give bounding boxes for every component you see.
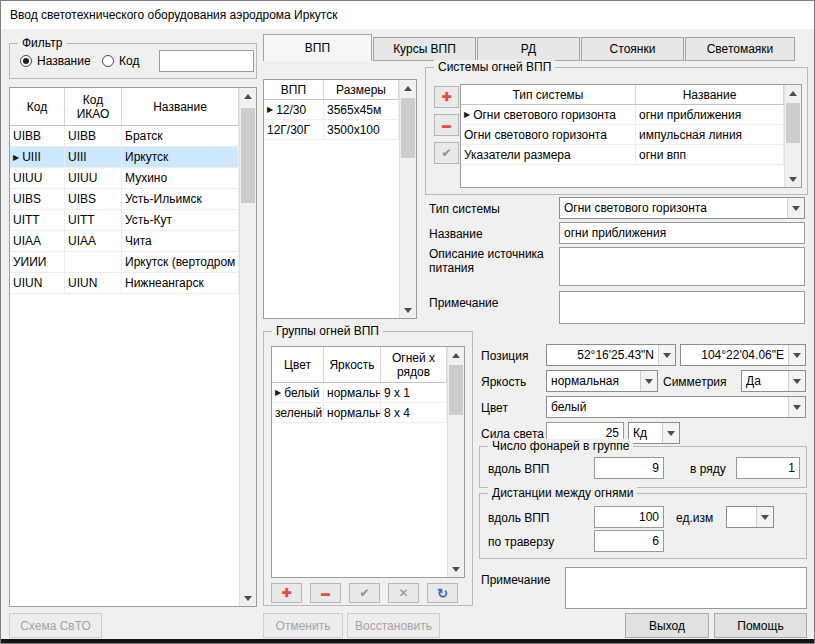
add-group-button[interactable]: ✚: [271, 583, 302, 603]
cancel-group-button[interactable]: ✕: [388, 583, 419, 603]
runway-row[interactable]: 12Г/30Г 3500х100: [264, 120, 399, 140]
scroll-up-icon[interactable]: [400, 80, 416, 96]
radio-dot-icon: [20, 55, 32, 67]
scroll-up-icon[interactable]: [785, 85, 801, 101]
airports-header-name[interactable]: Название: [122, 88, 239, 126]
scroll-down-icon[interactable]: [240, 590, 256, 606]
scroll-up-icon[interactable]: [240, 88, 256, 104]
airports-header-code[interactable]: Код: [10, 88, 65, 126]
filter-input[interactable]: [159, 50, 254, 72]
chevron-down-icon[interactable]: [787, 198, 804, 218]
runway-row-selected[interactable]: ▶12/30 3565х45м: [264, 100, 399, 120]
brightness-select[interactable]: нормальная: [546, 370, 658, 392]
lamps-along-input[interactable]: [594, 457, 664, 479]
system-note-textarea[interactable]: [559, 291, 805, 324]
lamps-in-row-input[interactable]: [736, 457, 800, 479]
system-row[interactable]: Огни светового горизонта импульсная лини…: [461, 125, 784, 145]
scrollbar-thumb[interactable]: [241, 108, 255, 203]
intensity-unit-select[interactable]: Кд: [628, 422, 680, 444]
group-note-textarea[interactable]: [565, 567, 807, 609]
airports-header-icao[interactable]: Код ИКАО: [65, 88, 122, 126]
airport-row[interactable]: UITT UITT Усть-Кут: [10, 210, 239, 231]
help-button[interactable]: Помощь: [714, 613, 807, 638]
airport-row[interactable]: UIBS UIBS Усть-Ильимск: [10, 189, 239, 210]
radio-filter-by-name[interactable]: Название: [20, 54, 91, 68]
distance-unit-select[interactable]: [726, 506, 774, 528]
systems-header-type[interactable]: Тип системы: [461, 85, 636, 105]
check-icon: ✔: [359, 587, 369, 599]
confirm-group-button[interactable]: ✔: [349, 583, 380, 603]
scroll-up-icon[interactable]: [448, 347, 464, 363]
scrollbar-thumb[interactable]: [401, 98, 415, 158]
system-name-input[interactable]: [559, 222, 805, 244]
chevron-down-icon[interactable]: [788, 345, 805, 365]
selected-row-marker-icon: ▶: [13, 153, 19, 162]
light-group-row[interactable]: зеленый нормальная 8 х 4: [272, 403, 447, 423]
system-row[interactable]: Указатели размера огни впп: [461, 145, 784, 165]
confirm-system-button[interactable]: ✔: [434, 142, 459, 164]
group-brightness: нормальная: [324, 383, 381, 403]
system-note-label: Примечание: [429, 296, 498, 310]
airports-scrollbar[interactable]: [239, 88, 256, 606]
lamps-along-label: вдоль ВПП: [488, 462, 550, 476]
airport-row[interactable]: UIUN UIUN Нижнеангарск: [10, 273, 239, 294]
color-select[interactable]: белый: [546, 396, 806, 418]
system-type-select[interactable]: Огни светового горизонта: [559, 197, 805, 219]
runways-header-size[interactable]: Размеры: [324, 80, 399, 100]
lamp-count-legend: Число фонарей в группе: [488, 439, 633, 453]
scrollbar-thumb[interactable]: [449, 365, 463, 415]
systems-scrollbar[interactable]: [784, 85, 801, 187]
light-groups-scrollbar[interactable]: [447, 347, 464, 577]
runways-header-vpp[interactable]: ВПП: [264, 80, 324, 100]
minus-icon: ▬: [442, 121, 451, 130]
distance-traverse-input[interactable]: [594, 530, 664, 552]
tab-kursy-vpp[interactable]: Курсы ВПП: [373, 37, 476, 61]
refresh-icon: ↻: [437, 587, 448, 600]
light-group-row-selected[interactable]: ▶белый нормальная 9 х 1: [272, 383, 447, 403]
remove-system-button[interactable]: ▬: [434, 114, 459, 136]
latitude-select[interactable]: 52°16'25.43"N: [546, 344, 676, 366]
airport-code: UIUU: [10, 168, 65, 189]
groups-header-lights[interactable]: Огней х рядов: [381, 347, 447, 383]
tab-vpp[interactable]: ВПП: [263, 34, 372, 61]
tab-svetomayaki[interactable]: Светомаяки: [685, 37, 795, 61]
refresh-groups-button[interactable]: ↻: [427, 583, 458, 603]
runways-header: ВПП Размеры: [264, 80, 399, 100]
chevron-down-icon[interactable]: [640, 371, 657, 391]
scroll-down-icon[interactable]: [400, 302, 416, 318]
chevron-down-icon[interactable]: [756, 507, 773, 527]
tab-stoyanki[interactable]: Стоянки: [581, 37, 684, 61]
exit-button[interactable]: Выход: [625, 613, 709, 638]
power-source-label: Описание источника питания: [429, 247, 549, 275]
distance-along-input[interactable]: [594, 506, 664, 528]
airports-header: Код Код ИКАО Название: [10, 88, 239, 126]
distance-traverse-label: по траверзу: [488, 535, 554, 549]
chevron-down-icon[interactable]: [662, 423, 679, 443]
scrollbar-thumb[interactable]: [786, 103, 800, 143]
color-label: Цвет: [481, 401, 508, 415]
airport-row[interactable]: UIBB UIBB Братск: [10, 126, 239, 147]
systems-header-name[interactable]: Название: [636, 85, 784, 105]
group-note-label: Примечание: [481, 573, 550, 587]
chevron-down-icon[interactable]: [788, 397, 805, 417]
airport-row[interactable]: UIAA UIAA Чита: [10, 231, 239, 252]
scroll-down-icon[interactable]: [785, 171, 801, 187]
airport-row[interactable]: UIUU UIUU Мухино: [10, 168, 239, 189]
scroll-down-icon[interactable]: [448, 561, 464, 577]
runways-scrollbar[interactable]: [399, 80, 416, 318]
system-row-selected[interactable]: ▶Огни светового горизонта огни приближен…: [461, 105, 784, 125]
add-system-button[interactable]: ✚: [434, 86, 459, 108]
power-source-textarea[interactable]: [559, 247, 805, 286]
system-name: импульсная линия: [636, 125, 784, 145]
tab-rd[interactable]: РД: [477, 37, 580, 61]
radio-filter-by-code[interactable]: Код: [102, 54, 139, 68]
remove-group-button[interactable]: ▬: [310, 583, 341, 603]
airport-row[interactable]: УИИИ Иркутск (вертодром: [10, 252, 239, 273]
chevron-down-icon[interactable]: [658, 345, 675, 365]
groups-header-brightness[interactable]: Яркость: [324, 347, 381, 383]
groups-header-color[interactable]: Цвет: [272, 347, 324, 383]
symmetry-select[interactable]: Да: [741, 370, 806, 392]
longitude-select[interactable]: 104°22'04.06"E: [680, 344, 806, 366]
chevron-down-icon[interactable]: [788, 371, 805, 391]
airport-row-selected[interactable]: ▶UIII UIII Иркутск: [10, 147, 239, 168]
